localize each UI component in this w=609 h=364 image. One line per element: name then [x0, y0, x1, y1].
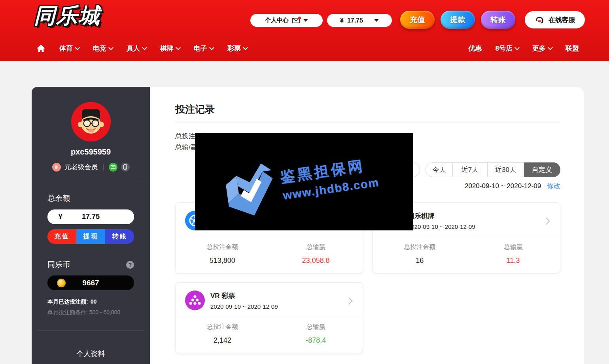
transfer-button[interactable]: 转账 [481, 11, 515, 29]
chevron-down-icon [514, 45, 520, 50]
user-center-dropdown[interactable]: 个人中心 [250, 14, 323, 27]
coin-icon [57, 279, 66, 287]
balance-dropdown[interactable]: ¥ 17.75 [327, 14, 392, 27]
withdraw-button[interactable]: 提款 [441, 11, 475, 29]
nav-right: 优惠 8号店 更多 联盟 [469, 44, 579, 53]
divider [176, 317, 363, 317]
date-filter-group: 今天 近7天 近30天 自定义 [426, 162, 560, 177]
coin-row: 同乐币 ? [47, 260, 134, 270]
bet-amount-label: 总投注金额 [176, 323, 269, 331]
nav-shop8[interactable]: 8号店 [496, 44, 519, 53]
winloss-label: 总输赢 [269, 243, 363, 251]
date-range: 2020-09-10 ~ 2020-12-09 [465, 182, 541, 190]
card-texts: VR 彩票 2020-09-10 ~ 2020-12-09 [210, 291, 278, 310]
nav-lottery[interactable]: 彩票 [227, 44, 247, 53]
winloss-label: 总输赢 [467, 243, 560, 251]
member-badge-row: ♛ 元老级会员 [32, 162, 150, 172]
nav-live[interactable]: 真人 [127, 44, 146, 53]
modify-link[interactable]: 修改 [547, 182, 560, 190]
card-head: VR 彩票 2020-09-10 ~ 2020-12-09 [176, 283, 363, 317]
sidebar-item-profile[interactable]: 个人资料 [77, 349, 105, 358]
customer-service-label: 在线客服 [548, 15, 575, 25]
chevron-down-icon [209, 45, 214, 50]
sidebar-transfer-button[interactable]: 转账 [105, 229, 134, 244]
watermark-logo [220, 157, 279, 221]
card-title: VR 彩票 [210, 291, 278, 300]
sidebar-menu: 个人资料 提现账户 消息中心 [32, 349, 150, 364]
watermark: 鉴黑担保网 www.jhdb8.com [220, 143, 382, 221]
headset-icon [534, 15, 545, 25]
balance-section: 总余额 ¥ 17.75 充值 提现 转账 同乐币 ? 9667 本月已达投注额:… [32, 193, 150, 316]
monthly-requirement-line: 单月投注额条件: 500 - 60,000 [47, 309, 134, 316]
card-texts: 同乐棋牌 2020-09-10 ~ 2020-12-09 [408, 211, 475, 230]
coin-balance-field: 9667 [47, 275, 134, 290]
mail-icon [292, 18, 300, 23]
help-icon[interactable]: ? [126, 261, 134, 269]
chevron-down-icon [108, 45, 113, 50]
card-stats: 总投注金额 513,800 总输赢 23,058.8 [176, 243, 363, 265]
phone-verified-icon[interactable] [121, 163, 130, 172]
winloss-value: -878.4 [269, 336, 363, 345]
header: 同乐城 个人中心 ¥ 17.75 充值 提款 转账 在线客服 [0, 0, 609, 61]
filter-30days[interactable]: 近30天 [488, 162, 524, 177]
nav-left: 体育 电竞 真人 棋牌 电子 彩票 [36, 44, 247, 53]
filter-custom[interactable]: 自定义 [524, 162, 560, 177]
balance-text: ¥ 17.75 [340, 17, 363, 24]
total-balance-field[interactable]: ¥ 17.75 [47, 209, 134, 224]
nav-sports[interactable]: 体育 [59, 44, 79, 53]
watermark-overlay: 鉴黑担保网 www.jhdb8.com [195, 133, 413, 230]
page: 同乐城 个人中心 ¥ 17.75 充值 提款 转账 在线客服 [0, 0, 609, 364]
main-nav: 体育 电竞 真人 棋牌 电子 彩票 优惠 8号店 更多 联盟 [0, 36, 609, 60]
card-vr-lottery[interactable]: VR 彩票 2020-09-10 ~ 2020-12-09 总投注金额 2,14… [175, 282, 363, 353]
home-button[interactable] [36, 44, 45, 53]
mail-verified-icon[interactable] [109, 163, 117, 172]
total-balance-label: 总余额 [47, 193, 134, 204]
bet-amount-label: 总投注金额 [176, 243, 269, 251]
winloss-label: 总输赢 [269, 323, 363, 331]
bet-amount-value: 16 [373, 256, 467, 265]
nav-promotions[interactable]: 优惠 [469, 44, 482, 53]
chevron-down-icon [243, 45, 248, 50]
bet-amount-label: 总投注金额 [373, 243, 467, 251]
crown-icon: ♛ [52, 163, 61, 172]
nav-esports[interactable]: 电竞 [93, 44, 113, 53]
page-title: 投注记录 [175, 87, 560, 116]
monthly-bet-line: 本月已达投注额:00 [47, 298, 134, 306]
divider [176, 237, 363, 237]
bet-amount-value: 2,142 [176, 336, 269, 345]
card-stats: 总投注金额 16 总输赢 11.3 [373, 243, 560, 265]
sidebar-recharge-button[interactable]: 充值 [47, 229, 76, 244]
winloss-value: 11.3 [467, 256, 560, 265]
customer-service-button[interactable]: 在线客服 [525, 11, 585, 28]
nav-more[interactable]: 更多 [532, 44, 552, 53]
username: pxc595959 [32, 147, 150, 157]
chevron-down-icon [75, 45, 80, 50]
watermark-text: 鉴黑担保网 www.jhdb8.com [279, 154, 380, 202]
winloss-value: 23,058.8 [269, 256, 363, 265]
sidebar-withdraw-button[interactable]: 提现 [76, 229, 105, 244]
chevron-down-icon [176, 45, 181, 50]
currency-symbol: ¥ [59, 213, 62, 221]
nav-slots[interactable]: 电子 [194, 44, 214, 53]
card-title: 同乐棋牌 [408, 211, 475, 221]
divider [175, 123, 560, 123]
card-stats: 总投注金额 2,142 总输赢 -878.4 [176, 323, 363, 345]
avatar[interactable] [71, 102, 111, 141]
nav-chess[interactable]: 棋牌 [160, 44, 180, 53]
divider [38, 181, 144, 181]
chevron-down-icon [374, 19, 379, 22]
nav-alliance[interactable]: 联盟 [566, 44, 579, 53]
divider [103, 164, 104, 170]
recharge-button[interactable]: 充值 [400, 11, 435, 29]
chevron-down-icon [142, 45, 147, 50]
member-level: 元老级会员 [64, 162, 98, 172]
wallet-buttons: 充值 提现 转账 [47, 229, 134, 244]
card-date: 2020-09-10 ~ 2020-12-09 [408, 223, 475, 230]
chevron-down-icon [548, 45, 553, 50]
site-logo[interactable]: 同乐城 [34, 2, 100, 30]
filter-today[interactable]: 今天 [426, 162, 453, 177]
chevron-down-icon [303, 19, 308, 22]
bet-amount-value: 513,800 [176, 256, 269, 265]
filter-7days[interactable]: 近7天 [453, 162, 488, 177]
sidebar: pxc595959 ♛ 元老级会员 总余额 ¥ 17.75 充值 提现 转账 [32, 87, 150, 364]
